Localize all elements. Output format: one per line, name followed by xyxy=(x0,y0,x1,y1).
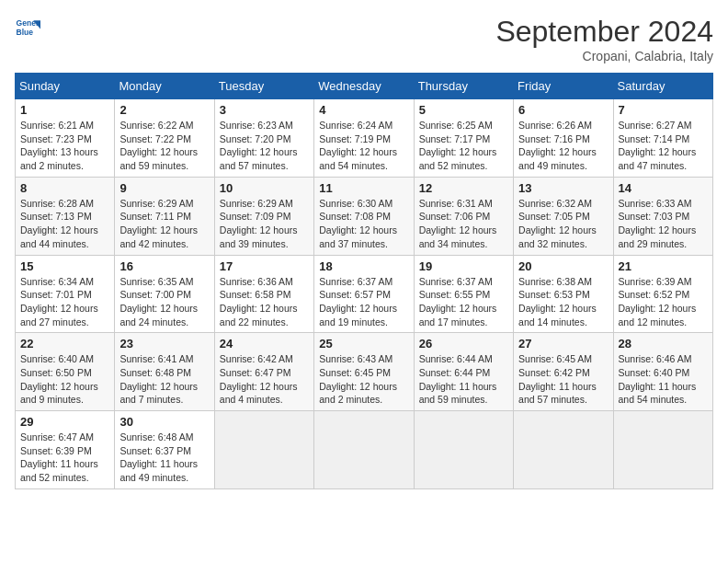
day-number: 14 xyxy=(619,181,708,195)
day-detail: Sunrise: 6:40 AMSunset: 6:50 PMDaylight:… xyxy=(20,352,109,407)
day-number: 18 xyxy=(319,259,408,273)
calendar-day-cell: 15Sunrise: 6:34 AMSunset: 7:01 PMDayligh… xyxy=(16,255,115,333)
day-detail: Sunrise: 6:37 AMSunset: 6:55 PMDaylight:… xyxy=(419,275,508,329)
day-of-week-header: Monday xyxy=(115,74,214,99)
day-detail: Sunrise: 6:37 AMSunset: 6:57 PMDaylight:… xyxy=(319,275,408,329)
calendar-day-cell xyxy=(214,411,313,489)
day-number: 10 xyxy=(220,181,309,195)
day-number: 13 xyxy=(518,181,608,195)
calendar-day-cell: 11Sunrise: 6:30 AMSunset: 7:08 PMDayligh… xyxy=(314,177,414,255)
calendar-day-cell: 14Sunrise: 6:33 AMSunset: 7:03 PMDayligh… xyxy=(613,177,712,255)
day-number: 29 xyxy=(20,415,109,429)
day-of-week-header: Wednesday xyxy=(314,74,414,99)
calendar-day-cell: 2Sunrise: 6:22 AMSunset: 7:22 PMDaylight… xyxy=(115,99,214,178)
day-detail: Sunrise: 6:42 AMSunset: 6:47 PMDaylight:… xyxy=(220,352,309,407)
day-number: 28 xyxy=(619,337,708,350)
day-detail: Sunrise: 6:21 AMSunset: 7:23 PMDaylight:… xyxy=(20,119,109,173)
calendar-day-cell xyxy=(314,411,414,489)
day-detail: Sunrise: 6:22 AMSunset: 7:22 PMDaylight:… xyxy=(119,119,209,173)
calendar-day-cell: 30Sunrise: 6:48 AMSunset: 6:37 PMDayligh… xyxy=(115,411,214,489)
calendar-day-cell: 27Sunrise: 6:45 AMSunset: 6:42 PMDayligh… xyxy=(514,333,613,411)
calendar-day-cell: 20Sunrise: 6:38 AMSunset: 6:53 PMDayligh… xyxy=(514,255,613,333)
location: Cropani, Calabria, Italy xyxy=(495,49,713,63)
day-of-week-header: Saturday xyxy=(613,74,712,99)
calendar-day-cell: 12Sunrise: 6:31 AMSunset: 7:06 PMDayligh… xyxy=(414,177,513,255)
day-detail: Sunrise: 6:36 AMSunset: 6:58 PMDaylight:… xyxy=(220,275,309,329)
calendar-day-cell: 9Sunrise: 6:29 AMSunset: 7:11 PMDaylight… xyxy=(115,177,214,255)
day-number: 26 xyxy=(419,337,508,350)
day-number: 25 xyxy=(319,337,408,350)
day-detail: Sunrise: 6:43 AMSunset: 6:45 PMDaylight:… xyxy=(319,352,408,407)
day-detail: Sunrise: 6:24 AMSunset: 7:19 PMDaylight:… xyxy=(319,119,408,173)
calendar-day-cell: 26Sunrise: 6:44 AMSunset: 6:44 PMDayligh… xyxy=(414,333,513,411)
calendar-day-cell: 18Sunrise: 6:37 AMSunset: 6:57 PMDayligh… xyxy=(314,255,414,333)
calendar-day-cell: 5Sunrise: 6:25 AMSunset: 7:17 PMDaylight… xyxy=(414,99,513,178)
day-of-week-header: Thursday xyxy=(414,74,513,99)
calendar-day-cell xyxy=(414,411,513,489)
calendar-day-cell: 7Sunrise: 6:27 AMSunset: 7:14 PMDaylight… xyxy=(613,99,712,178)
calendar-day-cell: 10Sunrise: 6:29 AMSunset: 7:09 PMDayligh… xyxy=(214,177,313,255)
day-number: 5 xyxy=(419,103,508,117)
day-number: 30 xyxy=(119,415,209,429)
day-number: 20 xyxy=(518,259,608,273)
day-number: 15 xyxy=(20,259,109,273)
day-number: 21 xyxy=(619,259,708,273)
calendar-day-cell: 17Sunrise: 6:36 AMSunset: 6:58 PMDayligh… xyxy=(214,255,313,333)
day-detail: Sunrise: 6:32 AMSunset: 7:05 PMDaylight:… xyxy=(518,197,608,251)
svg-text:Blue: Blue xyxy=(17,28,34,37)
day-number: 3 xyxy=(220,103,309,117)
calendar-day-cell: 24Sunrise: 6:42 AMSunset: 6:47 PMDayligh… xyxy=(214,333,313,411)
page-header: General Blue September 2024 Cropani, Cal… xyxy=(15,15,713,63)
day-number: 6 xyxy=(518,103,608,117)
calendar-day-cell xyxy=(514,411,613,489)
day-detail: Sunrise: 6:48 AMSunset: 6:37 PMDaylight:… xyxy=(119,431,209,485)
calendar-day-cell: 22Sunrise: 6:40 AMSunset: 6:50 PMDayligh… xyxy=(16,333,115,411)
day-detail: Sunrise: 6:26 AMSunset: 7:16 PMDaylight:… xyxy=(518,119,608,173)
day-detail: Sunrise: 6:35 AMSunset: 7:00 PMDaylight:… xyxy=(119,275,209,329)
logo-icon: General Blue xyxy=(15,15,40,40)
calendar-week-row: 8Sunrise: 6:28 AMSunset: 7:13 PMDaylight… xyxy=(16,177,713,255)
day-detail: Sunrise: 6:38 AMSunset: 6:53 PMDaylight:… xyxy=(518,275,608,329)
day-detail: Sunrise: 6:25 AMSunset: 7:17 PMDaylight:… xyxy=(419,119,508,173)
day-detail: Sunrise: 6:41 AMSunset: 6:48 PMDaylight:… xyxy=(119,352,209,407)
day-number: 17 xyxy=(220,259,309,273)
calendar-week-row: 15Sunrise: 6:34 AMSunset: 7:01 PMDayligh… xyxy=(16,255,713,333)
calendar-day-cell: 6Sunrise: 6:26 AMSunset: 7:16 PMDaylight… xyxy=(514,99,613,178)
day-number: 11 xyxy=(319,181,408,195)
day-detail: Sunrise: 6:47 AMSunset: 6:39 PMDaylight:… xyxy=(20,431,109,485)
day-detail: Sunrise: 6:33 AMSunset: 7:03 PMDaylight:… xyxy=(619,197,708,251)
calendar-day-cell: 16Sunrise: 6:35 AMSunset: 7:00 PMDayligh… xyxy=(115,255,214,333)
calendar-day-cell: 1Sunrise: 6:21 AMSunset: 7:23 PMDaylight… xyxy=(16,99,115,178)
calendar-day-cell xyxy=(613,411,712,489)
day-number: 4 xyxy=(319,103,408,117)
calendar-day-cell: 23Sunrise: 6:41 AMSunset: 6:48 PMDayligh… xyxy=(115,333,214,411)
calendar-day-cell: 28Sunrise: 6:46 AMSunset: 6:40 PMDayligh… xyxy=(613,333,712,411)
day-detail: Sunrise: 6:28 AMSunset: 7:13 PMDaylight:… xyxy=(20,197,109,251)
day-number: 19 xyxy=(419,259,508,273)
title-block: September 2024 Cropani, Calabria, Italy xyxy=(495,15,713,63)
day-of-week-header: Sunday xyxy=(16,74,115,99)
day-number: 9 xyxy=(119,181,209,195)
month-title: September 2024 xyxy=(495,15,713,49)
day-number: 22 xyxy=(20,337,109,350)
day-detail: Sunrise: 6:46 AMSunset: 6:40 PMDaylight:… xyxy=(619,352,708,407)
calendar-week-row: 1Sunrise: 6:21 AMSunset: 7:23 PMDaylight… xyxy=(16,99,713,178)
day-number: 23 xyxy=(119,337,209,350)
day-number: 12 xyxy=(419,181,508,195)
calendar-day-cell: 25Sunrise: 6:43 AMSunset: 6:45 PMDayligh… xyxy=(314,333,414,411)
day-detail: Sunrise: 6:29 AMSunset: 7:11 PMDaylight:… xyxy=(119,197,209,251)
calendar-day-cell: 3Sunrise: 6:23 AMSunset: 7:20 PMDaylight… xyxy=(214,99,313,178)
day-detail: Sunrise: 6:29 AMSunset: 7:09 PMDaylight:… xyxy=(220,197,309,251)
calendar-day-cell: 19Sunrise: 6:37 AMSunset: 6:55 PMDayligh… xyxy=(414,255,513,333)
day-number: 8 xyxy=(20,181,109,195)
day-detail: Sunrise: 6:39 AMSunset: 6:52 PMDaylight:… xyxy=(619,275,708,329)
day-number: 16 xyxy=(119,259,209,273)
day-number: 7 xyxy=(619,103,708,117)
calendar-day-cell: 4Sunrise: 6:24 AMSunset: 7:19 PMDaylight… xyxy=(314,99,414,178)
day-detail: Sunrise: 6:23 AMSunset: 7:20 PMDaylight:… xyxy=(220,119,309,173)
calendar-week-row: 22Sunrise: 6:40 AMSunset: 6:50 PMDayligh… xyxy=(16,333,713,411)
day-of-week-header: Friday xyxy=(514,74,613,99)
day-number: 27 xyxy=(518,337,608,350)
day-detail: Sunrise: 6:31 AMSunset: 7:06 PMDaylight:… xyxy=(419,197,508,251)
day-of-week-header: Tuesday xyxy=(214,74,313,99)
